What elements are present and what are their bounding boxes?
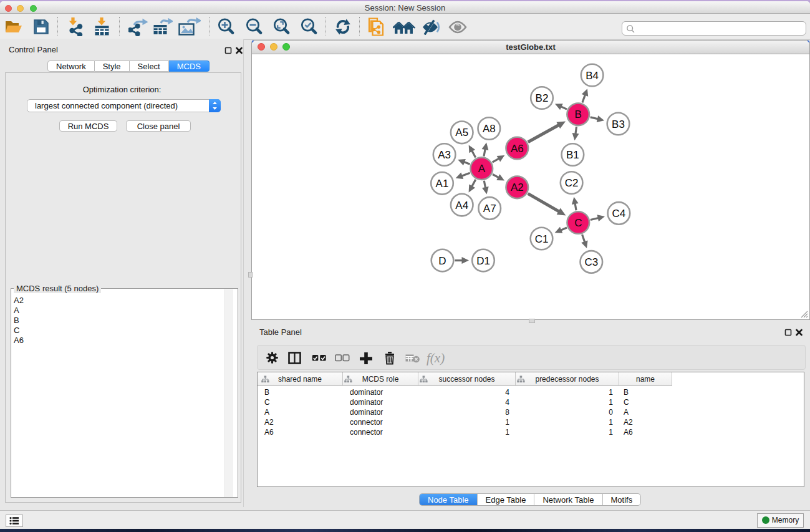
svg-text:A7: A7 xyxy=(483,203,496,215)
svg-text:C3: C3 xyxy=(584,256,598,268)
svg-text:B: B xyxy=(575,109,582,120)
svg-text:A6: A6 xyxy=(511,143,524,155)
svg-text:A2: A2 xyxy=(511,181,524,193)
svg-text:A1: A1 xyxy=(436,178,449,190)
svg-text:C2: C2 xyxy=(565,177,579,189)
svg-text:D1: D1 xyxy=(476,255,490,267)
svg-text:B2: B2 xyxy=(536,92,549,104)
svg-text:A4: A4 xyxy=(455,200,468,211)
svg-text:C: C xyxy=(574,217,582,229)
svg-text:A: A xyxy=(478,163,486,175)
svg-text:A3: A3 xyxy=(438,149,451,161)
svg-text:B1: B1 xyxy=(566,149,579,161)
svg-text:C1: C1 xyxy=(535,233,549,245)
svg-text:C4: C4 xyxy=(612,208,626,220)
svg-text:D: D xyxy=(438,255,446,267)
svg-text:B4: B4 xyxy=(586,70,599,82)
svg-text:A8: A8 xyxy=(483,123,496,135)
svg-text:A5: A5 xyxy=(455,127,468,138)
svg-text:B3: B3 xyxy=(612,118,625,130)
